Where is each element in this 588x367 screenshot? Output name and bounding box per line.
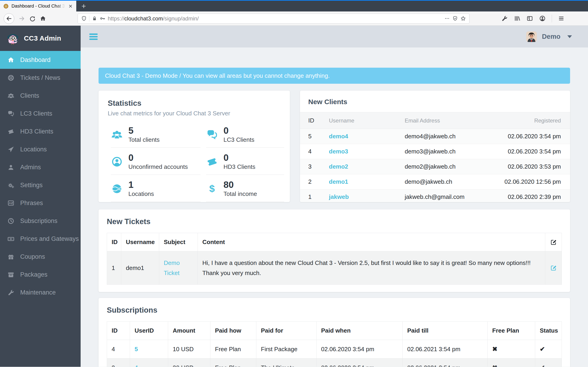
- sidebar-item-hd3-clients[interactable]: HD3 Clients: [0, 123, 81, 140]
- avatar: [526, 31, 537, 42]
- sidebar-item-tickets-news[interactable]: Tickets / News: [0, 69, 81, 87]
- stat-label: Locations: [128, 190, 154, 198]
- sidebar-item-label: Locations: [20, 146, 47, 153]
- urlbar-divider: [89, 16, 89, 22]
- client-registered: 02.06.2020 2:39 pm: [460, 190, 570, 202]
- sidebar-item-label: Admins: [20, 164, 41, 171]
- sidebar-item-label: Subscriptions: [20, 217, 57, 225]
- sidebar-item-icon: [7, 182, 15, 189]
- saved-login-key-icon[interactable]: [100, 16, 105, 21]
- sidebar-item-icon: [7, 164, 15, 171]
- subscriptions-card: Subscriptions ID UserID Amount Paid how …: [99, 298, 570, 367]
- sidebar-item-label: Packages: [20, 271, 48, 278]
- client-username-link[interactable]: jakweb: [329, 193, 349, 200]
- sidebar-item-lc3-clients[interactable]: LC3 Clients: [0, 105, 81, 123]
- table-row: 4 demo3 demo3@jakweb.ch 02.06.2020 3:54 …: [300, 144, 570, 159]
- menu-hamburger-icon[interactable]: [558, 15, 565, 22]
- sidebar-item-subscriptions[interactable]: Subscriptions: [0, 212, 81, 230]
- table-header-row: ID UserID Amount Paid how Paid for Paid …: [107, 322, 562, 340]
- page-actions-icon[interactable]: [444, 16, 450, 21]
- edit-ticket-icon[interactable]: [550, 265, 557, 271]
- col-email: Email Address: [397, 112, 460, 129]
- sidebar-item-coupons[interactable]: Coupons: [0, 248, 81, 266]
- sidebar-item-icon: [7, 217, 15, 225]
- col-id: ID: [107, 322, 130, 340]
- new-tab-button[interactable]: +: [76, 1, 91, 11]
- sidebars-icon[interactable]: [527, 15, 533, 22]
- main-content: Cloud Chat 3 - Demo Mode / You can view …: [81, 48, 588, 367]
- bookmark-star-icon[interactable]: [460, 16, 466, 21]
- user-menu[interactable]: Demo: [526, 31, 572, 42]
- sidebar-item-settings[interactable]: Settings: [0, 176, 81, 194]
- client-email: demo4@jakweb.ch: [397, 129, 460, 144]
- subscription-amount: 10 USD: [168, 340, 210, 359]
- client-id: 3: [300, 159, 321, 174]
- subscription-userid-link[interactable]: 5: [135, 346, 138, 352]
- tab-title: Dashboard - Cloud Chat 3 :: Ad: [11, 3, 65, 9]
- client-registered: 02.06.2020 3:53 pm: [460, 159, 570, 174]
- table-row: 3 4 30 USD Free Plan The Ultimate 02.06.…: [107, 359, 562, 367]
- back-button[interactable]: [4, 13, 14, 24]
- account-icon[interactable]: [539, 15, 546, 22]
- home-button[interactable]: [38, 13, 48, 24]
- ticket-subject-link[interactable]: Demo Ticket: [164, 259, 180, 276]
- stat-item: 1 Locations: [111, 180, 200, 202]
- url-text[interactable]: https://cloudchat3.com/signup/admin/: [108, 15, 442, 22]
- subscription-id: 4: [107, 340, 130, 359]
- sidebar-item-maintenance[interactable]: Maintenance: [0, 284, 81, 301]
- subscription-paid-how: Free Plan: [210, 340, 256, 359]
- client-username-link[interactable]: demo2: [329, 163, 348, 170]
- sidebar-item-label: LC3 Clients: [20, 110, 52, 117]
- new-tickets-title: New Tickets: [107, 217, 562, 226]
- browser-tab[interactable]: Dashboard - Cloud Chat 3 :: Ad: [0, 1, 76, 11]
- forward-icon: [19, 15, 25, 22]
- sidebar-item-admins[interactable]: Admins: [0, 158, 81, 176]
- col-username: Username: [321, 112, 397, 129]
- subscription-paid-till: 02.06.2021 3:54 pm: [403, 340, 488, 359]
- sidebar-item-clients[interactable]: Clients: [0, 87, 81, 105]
- sidebar-item-icon: [7, 289, 15, 296]
- lock-icon[interactable]: [92, 16, 97, 21]
- subscription-paid-for: The Ultimate: [256, 359, 317, 367]
- new-clients-card: New Clients ID Username Email Address Re…: [300, 91, 570, 202]
- toolbar-divider: [552, 15, 552, 23]
- tracking-protection-shield-icon[interactable]: [81, 16, 87, 21]
- client-email: demo2@jakweb.ch: [397, 159, 460, 174]
- sidebar-item-prices-gateways[interactable]: Prices and Gateways: [0, 230, 81, 248]
- sidebar-item-phrases[interactable]: Phrases: [0, 194, 81, 212]
- sidebar-item-packages[interactable]: Packages: [0, 266, 81, 284]
- sidebar-item-locations[interactable]: Locations: [0, 140, 81, 158]
- new-clients-table: ID Username Email Address Registered 5: [300, 112, 570, 202]
- subscription-userid-link[interactable]: 4: [135, 364, 138, 367]
- sidebar-item-label: Clients: [20, 92, 39, 99]
- stat-label: Total clients: [128, 136, 160, 143]
- owl-logo-icon: [6, 31, 20, 45]
- stat-value: 0: [224, 153, 255, 162]
- library-icon[interactable]: [514, 15, 520, 22]
- shield-check-icon[interactable]: [452, 16, 458, 21]
- sidebar-item-icon: [7, 128, 15, 135]
- stat-item: 0 Unconfirmed accounts: [111, 153, 200, 175]
- alert-text: Cloud Chat 3 - Demo Mode / You can view …: [105, 72, 330, 79]
- sidebar-toggle-hamburger-icon[interactable]: [89, 33, 98, 40]
- stat-value: 1: [128, 180, 154, 190]
- client-username-link[interactable]: demo3: [329, 148, 348, 155]
- reload-button[interactable]: [27, 13, 38, 24]
- statistics-subtitle: Live chat metrics for your Cloud Chat 3 …: [108, 110, 281, 117]
- url-path: /signup/admin/: [163, 15, 199, 22]
- chevron-down-icon: [567, 35, 572, 38]
- url-bar[interactable]: https://cloudchat3.com/signup/admin/: [78, 14, 469, 24]
- stat-value: 0: [224, 126, 254, 135]
- user-name: Demo: [542, 33, 561, 40]
- free-plan-x-mark: ✖: [492, 346, 498, 352]
- sidebar-item-label: HD3 Clients: [20, 128, 53, 135]
- sidebar-item-dashboard[interactable]: Dashboard: [0, 51, 81, 69]
- browser-toolbar: https://cloudchat3.com/signup/admin/: [0, 11, 588, 26]
- tab-close-icon[interactable]: [68, 4, 73, 9]
- tools-wrench-icon[interactable]: [501, 15, 508, 22]
- forward-button[interactable]: [17, 13, 27, 24]
- client-username-link[interactable]: demo4: [329, 133, 348, 140]
- client-username-link[interactable]: demo1: [329, 178, 348, 185]
- client-registered: 02.06.2020 12:56 pm: [460, 174, 570, 190]
- client-id: 5: [300, 129, 321, 144]
